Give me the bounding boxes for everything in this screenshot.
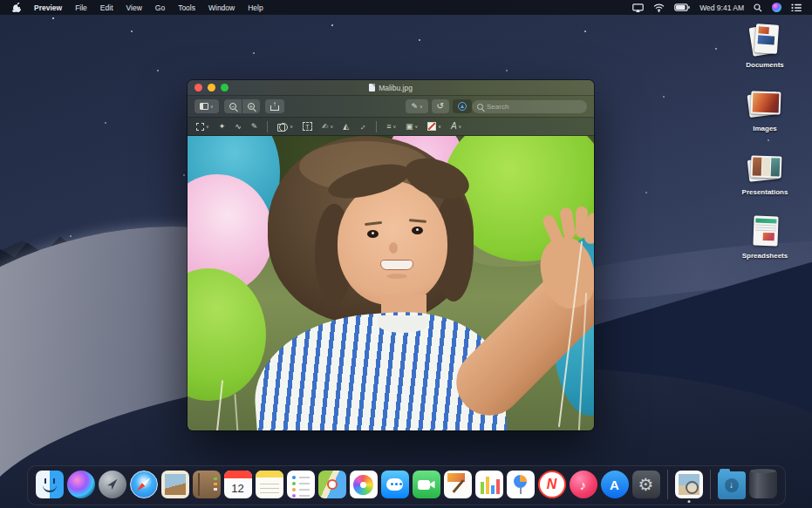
close-button[interactable] <box>194 84 202 91</box>
adjust-color-tool[interactable]: ◭ <box>343 123 349 131</box>
dock-notes[interactable] <box>256 471 283 498</box>
dock-messages[interactable] <box>381 471 409 498</box>
presentations-stack-icon <box>747 151 782 184</box>
shapes-tool[interactable]: ∨ <box>277 123 293 131</box>
shape-style-icon: ≡ <box>386 123 391 131</box>
dock-pages[interactable] <box>444 471 472 498</box>
resize-icon: ↔ <box>357 121 368 132</box>
sign-tool[interactable]: ✍ ∨ <box>322 123 333 131</box>
toolbar-divider <box>376 121 377 132</box>
instant-alpha-tool[interactable]: ✦ <box>219 123 226 131</box>
dock-numbers[interactable] <box>475 471 503 498</box>
photo-eye-glint <box>416 228 419 231</box>
chevron-down-icon: ∨ <box>392 125 396 129</box>
sketch-tool[interactable]: ∿ <box>235 123 242 131</box>
dock-trash[interactable] <box>749 471 777 498</box>
running-indicator <box>687 500 690 503</box>
marker-pen-icon: ✎ <box>411 102 418 111</box>
search-field[interactable] <box>472 100 587 113</box>
zoom-out-button[interactable]: − <box>224 99 242 113</box>
prism-icon: ◭ <box>343 123 349 131</box>
stack-spreadsheets[interactable]: Spreadsheets <box>742 214 788 260</box>
dock-divider <box>667 470 668 499</box>
battery-icon[interactable] <box>674 3 690 11</box>
photo-balloon-string <box>234 394 238 430</box>
chevron-down-icon: ∨ <box>420 105 423 109</box>
photo-collar <box>378 315 428 333</box>
notification-center-icon[interactable] <box>791 3 802 11</box>
sidebar-button[interactable]: ∨ <box>194 99 219 113</box>
dock-finder[interactable] <box>36 471 64 498</box>
images-stack-icon <box>747 87 782 120</box>
zoom-button[interactable] <box>221 84 229 91</box>
download-arrow-icon: ↓ <box>725 478 739 492</box>
dock-preview[interactable] <box>675 471 703 498</box>
markup-toolbar-toggle-button[interactable] <box>453 99 472 113</box>
dock-launchpad[interactable] <box>99 471 126 498</box>
apple-menu[interactable] <box>12 3 21 12</box>
menu-tools[interactable]: Tools <box>178 3 195 12</box>
fill-color-icon <box>427 122 436 131</box>
menu-file[interactable]: File <box>75 3 87 12</box>
siri-icon[interactable] <box>772 3 781 12</box>
stack-presentations[interactable]: Presentations <box>742 151 788 196</box>
menu-bar-clock[interactable]: Wed 9:41 AM <box>699 3 744 12</box>
menu-go[interactable]: Go <box>155 3 165 12</box>
chevron-down-icon: ∨ <box>459 125 462 129</box>
menu-help[interactable]: Help <box>248 3 263 12</box>
dock: 12 N ♪ A ⚙ ↓ <box>27 465 786 505</box>
menu-view[interactable]: View <box>126 3 142 12</box>
chevron-down-icon: ∨ <box>415 125 419 129</box>
dock-system-preferences[interactable]: ⚙ <box>632 471 660 498</box>
share-button[interactable]: ↑ <box>265 99 284 113</box>
border-color-tool[interactable]: ▣ ∨ <box>406 123 418 131</box>
dock-itunes[interactable]: ♪ <box>570 471 597 498</box>
dock-calendar[interactable]: 12 <box>224 471 252 498</box>
dock-news[interactable]: N <box>538 471 566 498</box>
shape-style-tool[interactable]: ≡ ∨ <box>386 123 396 131</box>
dock-downloads-folder[interactable]: ↓ <box>718 471 746 499</box>
wifi-icon[interactable] <box>653 3 665 12</box>
window-titlebar[interactable]: Malibu.jpg <box>188 80 594 96</box>
spotlight-icon[interactable] <box>754 3 762 12</box>
dock-siri[interactable] <box>67 471 95 498</box>
sidebar-icon <box>200 103 208 110</box>
fill-color-tool[interactable]: ∨ <box>427 122 441 131</box>
app-menu-preview[interactable]: Preview <box>34 3 62 12</box>
menu-window[interactable]: Window <box>208 3 235 12</box>
dock-contacts[interactable] <box>193 471 221 498</box>
rotate-left-button[interactable]: ↺ <box>432 99 449 113</box>
chevron-down-icon: ∨ <box>210 105 214 109</box>
app-store-icon: A <box>610 478 619 491</box>
stack-documents[interactable]: Documents <box>746 24 784 69</box>
dock-maps[interactable] <box>318 471 346 498</box>
dock-safari[interactable] <box>130 471 158 498</box>
photo-balloon-knot <box>541 202 555 213</box>
search-input[interactable] <box>487 103 582 111</box>
minimize-button[interactable] <box>208 84 215 91</box>
dock-app-store[interactable]: A <box>601 471 629 498</box>
chevron-down-icon: ∨ <box>438 125 441 129</box>
text-style-tool[interactable]: A ∨ <box>451 122 461 131</box>
text-box-icon: T <box>303 122 312 131</box>
zoom-out-icon: − <box>229 103 236 110</box>
dock-keynote[interactable] <box>507 471 535 498</box>
shapes-icon <box>277 123 288 131</box>
marker-button[interactable]: ✎ ∨ <box>406 99 427 113</box>
text-tool[interactable]: T <box>303 122 312 131</box>
dock-mail[interactable] <box>161 471 189 498</box>
photo-canvas <box>188 136 594 430</box>
draw-tool[interactable]: ✎ <box>251 123 258 131</box>
stack-label: Presentations <box>742 188 788 196</box>
stack-images[interactable]: Images <box>747 87 782 132</box>
selection-tool[interactable]: ∨ <box>196 123 209 131</box>
dock-photos[interactable] <box>350 471 378 498</box>
dock-reminders[interactable] <box>287 471 315 498</box>
airplay-icon[interactable] <box>632 3 644 12</box>
menu-edit[interactable]: Edit <box>100 3 113 12</box>
draw-pen-icon: ✎ <box>251 123 258 131</box>
photo-smile <box>380 260 413 270</box>
dock-facetime[interactable] <box>413 471 440 498</box>
zoom-in-button[interactable]: + <box>242 99 260 113</box>
adjust-size-tool[interactable]: ↔ <box>358 123 366 131</box>
